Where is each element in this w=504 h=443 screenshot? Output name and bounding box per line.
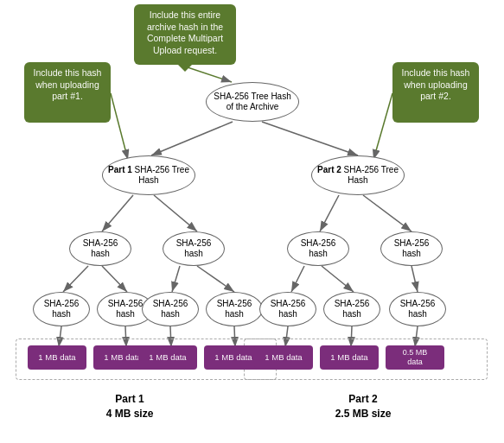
svg-line-6 <box>363 195 411 231</box>
data-block-5: 1 MB data <box>254 345 313 370</box>
data-block-1: 1 MB data <box>28 345 86 370</box>
callout-part2-hash-text: Include this hash when uploading part #2… <box>402 67 470 101</box>
node-p2ll: SHA-256hash <box>259 292 316 326</box>
node-p1rr: SHA-256hash <box>206 292 263 326</box>
svg-line-23 <box>373 93 392 160</box>
diagram: Include this entire archive hash in the … <box>0 0 504 443</box>
data-block-3: 1 MB data <box>138 345 197 370</box>
node-p1ll: SHA-256hash <box>33 292 90 326</box>
svg-line-7 <box>63 266 88 292</box>
svg-line-13 <box>411 266 418 292</box>
svg-line-21 <box>185 66 232 82</box>
node-part1: Part 1 SHA-256 TreeHash <box>102 155 195 195</box>
svg-line-2 <box>262 122 358 155</box>
node-p1r: SHA-256hash <box>163 231 225 266</box>
callout-archive-hash-text: Include this entire archive hash in the … <box>147 9 223 55</box>
data-block-6: 1 MB data <box>320 345 379 370</box>
svg-line-11 <box>291 266 304 292</box>
svg-line-3 <box>102 195 133 231</box>
callout-part2-hash: Include this hash when uploading part #2… <box>392 62 479 123</box>
svg-line-22 <box>111 93 128 160</box>
part1-label: Part 14 MB size <box>69 392 190 421</box>
node-root: SHA-256 Tree Hashof the Archive <box>206 82 299 122</box>
part2-label: Part 22.5 MB size <box>294 392 432 421</box>
node-part1-label: Part 1 SHA-256 TreeHash <box>108 165 189 186</box>
node-p2r: SHA-256hash <box>380 231 443 266</box>
node-p2l: SHA-256hash <box>287 231 349 266</box>
node-p2lr: SHA-256hash <box>323 292 380 326</box>
node-p2r2: SHA-256hash <box>389 292 446 326</box>
node-p1rl: SHA-256hash <box>142 292 199 326</box>
data-block-7: 0.5 MBdata <box>386 345 444 370</box>
svg-line-5 <box>320 195 339 231</box>
callout-part1-hash-text: Include this hash when uploading part #1… <box>34 67 102 101</box>
svg-line-1 <box>151 122 233 155</box>
node-p1l: SHA-256hash <box>69 231 131 266</box>
callout-archive-hash: Include this entire archive hash in the … <box>134 4 236 65</box>
node-root-label: SHA-256 Tree Hashof the Archive <box>214 92 291 112</box>
svg-line-8 <box>102 266 127 292</box>
callout-part1-hash: Include this hash when uploading part #1… <box>24 62 111 123</box>
svg-line-12 <box>322 266 354 292</box>
svg-line-10 <box>197 266 234 292</box>
svg-line-4 <box>154 195 197 231</box>
node-part2-label: Part 2 SHA-256 TreeHash <box>317 165 399 186</box>
svg-line-9 <box>172 266 180 292</box>
node-part2: Part 2 SHA-256 TreeHash <box>311 155 405 195</box>
